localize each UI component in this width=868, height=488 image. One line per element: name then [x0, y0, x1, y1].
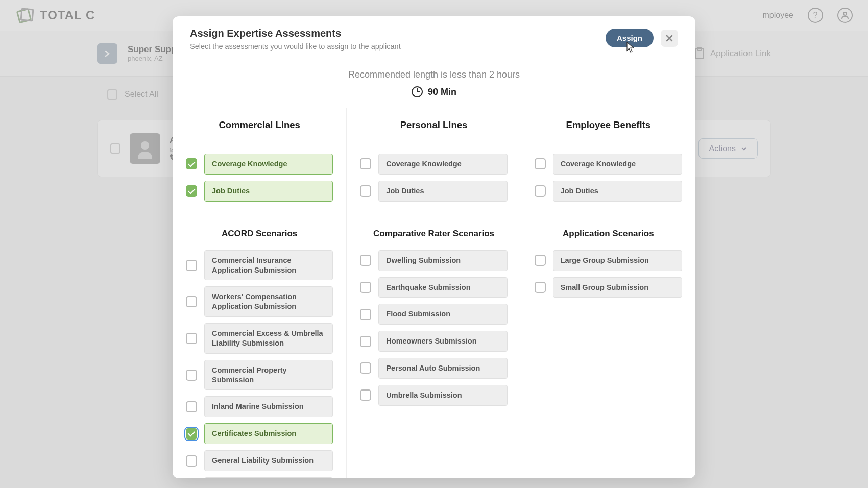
option-label: Commercial Excess & Umbrella Liability S… [204, 323, 333, 354]
option-label: Certificates Submission [204, 423, 333, 444]
option-label: Earthquake Submission [378, 277, 507, 298]
close-icon [666, 35, 673, 42]
checkbox[interactable] [186, 185, 197, 197]
option-label: Job Duties [378, 181, 507, 202]
assessment-option[interactable]: Small Group Submission [535, 277, 682, 298]
checkbox[interactable] [186, 260, 197, 271]
assessment-option[interactable]: Commercial Excess & Umbrella Liability S… [186, 323, 333, 354]
column-header: Employee Benefits [521, 108, 695, 142]
checkbox[interactable] [186, 401, 197, 412]
checkbox[interactable] [186, 333, 197, 344]
option-label: Workers' Compensation Application Submis… [204, 286, 333, 317]
assessment-option[interactable]: Job Duties [535, 181, 682, 202]
section-title: ACORD Scenarios [173, 219, 346, 246]
time-row: 90 Min [173, 84, 695, 108]
assessment-option[interactable]: Large Group Submission [535, 250, 682, 271]
assessment-option[interactable]: Commercial Auto Submission [186, 477, 333, 478]
assessment-option[interactable]: Commercial Property Submission [186, 360, 333, 391]
option-label: Coverage Knowledge [553, 154, 682, 175]
assessment-option[interactable]: Coverage Knowledge [535, 154, 682, 175]
assessment-option[interactable]: Inland Marine Submission [186, 396, 333, 417]
column-primary-body: Coverage KnowledgeJob Duties [347, 142, 520, 219]
assign-button[interactable]: Assign [606, 29, 654, 47]
option-label: Umbrella Submission [378, 385, 507, 406]
assessment-option[interactable]: Commercial Insurance Application Submiss… [186, 250, 333, 281]
option-label: Commercial Auto Submission [204, 477, 333, 478]
section-title: Comparative Rater Scenarios [347, 219, 520, 246]
assessment-column: Commercial LinesCoverage KnowledgeJob Du… [173, 108, 347, 478]
clock-icon [412, 86, 423, 97]
checkbox[interactable] [360, 336, 371, 347]
checkbox[interactable] [360, 158, 371, 169]
checkbox[interactable] [186, 455, 197, 467]
section-title: Application Scenarios [521, 219, 695, 246]
checkbox[interactable] [535, 255, 546, 266]
option-label: Commercial Property Submission [204, 360, 333, 391]
option-label: Coverage Knowledge [378, 154, 507, 175]
assessment-option[interactable]: Workers' Compensation Application Submis… [186, 286, 333, 317]
checkbox[interactable] [535, 185, 546, 197]
option-label: Flood Submission [378, 304, 507, 325]
assessment-option[interactable]: Homeowners Submission [360, 331, 507, 352]
assessment-option[interactable]: Certificates Submission [186, 423, 333, 444]
assessment-option[interactable]: Personal Auto Submission [360, 358, 507, 379]
column-header: Commercial Lines [173, 108, 346, 142]
checkbox[interactable] [360, 362, 371, 374]
checkbox[interactable] [186, 158, 197, 169]
assessment-option[interactable]: Coverage Knowledge [186, 154, 333, 175]
checkbox[interactable] [360, 309, 371, 320]
option-label: Inland Marine Submission [204, 396, 333, 417]
assessment-column: Employee BenefitsCoverage KnowledgeJob D… [521, 108, 695, 478]
option-label: Job Duties [204, 181, 333, 202]
column-primary-body: Coverage KnowledgeJob Duties [173, 142, 346, 219]
assessment-option[interactable]: Job Duties [186, 181, 333, 202]
option-label: Commercial Insurance Application Submiss… [204, 250, 333, 281]
recommend-text: Recommended length is less than 2 hours [173, 60, 695, 84]
time-label: 90 Min [428, 87, 456, 97]
assessment-option[interactable]: General Liability Submission [186, 450, 333, 471]
checkbox[interactable] [360, 389, 371, 401]
assessment-column: Personal LinesCoverage KnowledgeJob Duti… [347, 108, 521, 478]
checkbox[interactable] [360, 255, 371, 266]
column-header: Personal Lines [347, 108, 520, 142]
assessment-option[interactable]: Flood Submission [360, 304, 507, 325]
option-label: Coverage Knowledge [204, 154, 333, 175]
assessment-option[interactable]: Coverage Knowledge [360, 154, 507, 175]
option-label: Dwelling Submission [378, 250, 507, 271]
checkbox[interactable] [360, 185, 371, 197]
option-label: Personal Auto Submission [378, 358, 507, 379]
checkbox[interactable] [186, 296, 197, 307]
modal-title: Assign Expertise Assessments [190, 28, 401, 39]
column-scenarios-body: Dwelling SubmissionEarthquake Submission… [347, 246, 520, 423]
option-label: Small Group Submission [553, 277, 682, 298]
assign-assessments-modal: Assign Expertise Assessments Select the … [173, 16, 695, 478]
column-scenarios-body: Large Group SubmissionSmall Group Submis… [521, 246, 695, 315]
checkbox[interactable] [360, 282, 371, 293]
assessment-option[interactable]: Job Duties [360, 181, 507, 202]
modal-overlay: Assign Expertise Assessments Select the … [0, 0, 868, 488]
assessment-option[interactable]: Umbrella Submission [360, 385, 507, 406]
checkbox[interactable] [535, 282, 546, 293]
close-button[interactable] [661, 30, 678, 47]
checkbox[interactable] [535, 158, 546, 169]
checkbox[interactable] [186, 370, 197, 381]
modal-subtitle: Select the assessments you would like to… [190, 42, 401, 51]
option-label: Large Group Submission [553, 250, 682, 271]
modal-header: Assign Expertise Assessments Select the … [173, 16, 695, 60]
option-label: Job Duties [553, 181, 682, 202]
option-label: General Liability Submission [204, 450, 333, 471]
assessment-option[interactable]: Dwelling Submission [360, 250, 507, 271]
assessment-columns: Commercial LinesCoverage KnowledgeJob Du… [173, 108, 695, 478]
option-label: Homeowners Submission [378, 331, 507, 352]
checkbox[interactable] [186, 428, 197, 440]
column-primary-body: Coverage KnowledgeJob Duties [521, 142, 695, 219]
column-scenarios-body: Commercial Insurance Application Submiss… [173, 246, 346, 478]
assessment-option[interactable]: Earthquake Submission [360, 277, 507, 298]
